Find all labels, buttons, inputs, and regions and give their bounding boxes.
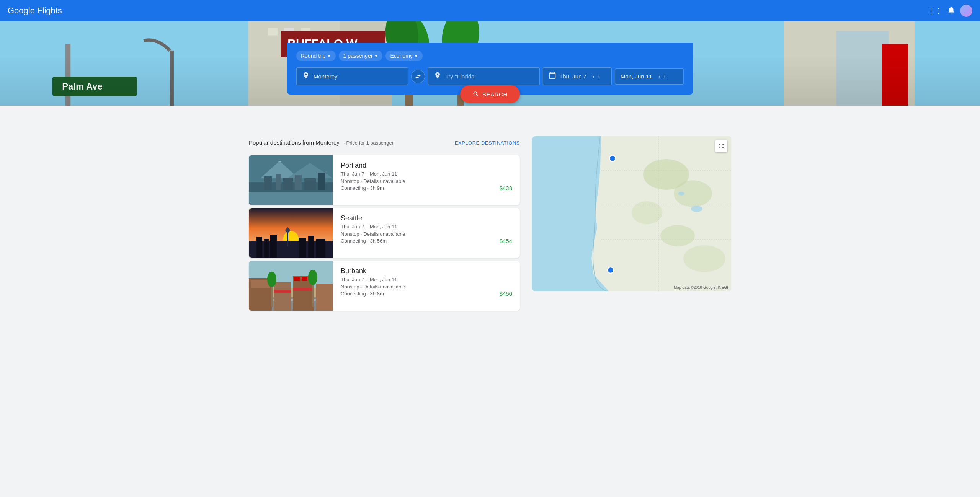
explore-destinations-link[interactable]: EXPLORE DESTINATIONS [455,140,520,146]
portland-info: Portland Thu, Jun 7 – Mon, Jun 11 Nonsto… [333,155,520,205]
svg-rect-35 [249,192,333,205]
svg-rect-18 [52,77,137,96]
svg-rect-58 [293,288,314,291]
hero-banner: BUFFALO W... Palm Ave Round trip [0,21,980,106]
svg-rect-17 [65,44,71,106]
svg-point-62 [308,270,317,285]
cabin-label: Economy [390,53,412,59]
svg-rect-22 [836,31,889,106]
passengers-label: 1 passenger [343,53,373,59]
svg-point-73 [632,201,662,224]
map-section: Map data ©2018 Google, INEGI [532,136,731,291]
destination-card-portland[interactable]: Portland Thu, Jun 7 – Mon, Jun 11 Nonsto… [249,155,520,205]
destination-card-seattle[interactable]: Seattle Thu, Jun 7 – Mon, Jun 11 Nonstop… [249,208,520,258]
swap-button[interactable] [411,70,425,83]
seattle-image [249,208,333,258]
destination-field[interactable]: Try "Florida" [428,67,540,85]
svg-rect-31 [283,178,293,190]
svg-point-41 [286,228,290,233]
map-svg [532,136,731,291]
return-date-nav: ‹ › [657,73,667,80]
burbank-connecting: Connecting · 3h 8m $450 [341,290,512,297]
svg-rect-63 [294,277,300,281]
map-area: Map data ©2018 Google, INEGI [526,136,731,314]
depart-next-button[interactable]: › [597,73,602,80]
destination-placeholder: Try "Florida" [445,73,477,80]
svg-rect-30 [276,174,281,190]
svg-point-75 [683,245,725,272]
svg-rect-33 [304,178,316,190]
seattle-info: Seattle Thu, Jun 7 – Mon, Jun 11 Nonstop… [333,208,520,258]
search-icon [472,91,479,98]
svg-rect-56 [316,284,333,311]
trip-type-button[interactable]: Round trip ▼ [296,51,336,61]
destination-pin-icon [434,72,441,81]
burbank-nonstop: Nonstop · Details unavailable [341,284,512,290]
svg-rect-45 [299,238,306,258]
svg-rect-47 [316,239,325,258]
svg-point-76 [691,206,702,212]
svg-point-77 [678,192,684,196]
cabin-button[interactable]: Economy ▼ [385,51,422,61]
map-expand-button[interactable] [715,140,727,152]
svg-rect-34 [318,173,325,190]
section-subtitle: · Price for 1 passenger [343,140,394,146]
app-logo: Google Flights [8,6,62,16]
svg-rect-42 [256,237,262,258]
svg-rect-29 [264,176,272,190]
search-button[interactable]: SEARCH [460,85,520,103]
seattle-dates: Thu, Jun 7 – Mon, Jun 11 [341,224,512,230]
svg-rect-54 [274,282,291,311]
origin-field[interactable]: Monterey [296,67,408,85]
search-options-row: Round trip ▼ 1 passenger ▼ Economy ▼ [296,51,684,61]
portland-image [249,155,333,205]
calendar-icon [549,72,556,81]
map-container[interactable]: Map data ©2018 Google, INEGI [532,136,731,291]
origin-pin-icon [302,72,310,81]
svg-text:Palm Ave: Palm Ave [62,81,103,91]
hero-background: BUFFALO W... Palm Ave Round trip [0,21,980,106]
avatar[interactable] [960,5,972,17]
depart-date-value: Thu, Jun 7 [559,73,586,80]
seattle-name: Seattle [341,214,512,222]
svg-rect-20 [170,51,174,106]
bell-icon[interactable] [947,6,956,16]
destinations-area: Popular destinations from Monterey · Pri… [249,136,520,314]
burbank-price: $450 [500,290,512,297]
passengers-chevron-icon: ▼ [374,54,378,58]
trip-type-chevron-icon: ▼ [327,54,331,58]
portland-connecting: Connecting · 3h 9m $438 [341,185,512,191]
section-title: Popular destinations from Monterey [249,139,340,146]
svg-rect-43 [264,239,269,258]
svg-rect-44 [270,235,277,258]
burbank-info: Burbank Thu, Jun 7 – Mon, Jun 11 Nonstop… [333,261,520,311]
grid-icon[interactable]: ⋮⋮ [927,6,942,15]
svg-rect-46 [308,236,314,258]
svg-point-60 [267,272,276,287]
portland-dates: Thu, Jun 7 – Mon, Jun 11 [341,171,512,177]
depart-date-field[interactable]: Thu, Jun 7 ‹ › [543,67,612,85]
return-prev-button[interactable]: ‹ [657,73,662,80]
trip-type-label: Round trip [301,53,326,59]
cabin-chevron-icon: ▼ [414,54,418,58]
passengers-button[interactable]: 1 passenger ▼ [339,51,383,61]
portland-price: $438 [500,185,512,191]
destination-card-burbank[interactable]: Burbank Thu, Jun 7 – Mon, Jun 11 Nonstop… [249,261,520,311]
portland-name: Portland [341,161,512,169]
burbank-dates: Thu, Jun 7 – Mon, Jun 11 [341,277,512,282]
burbank-image [249,261,333,311]
svg-rect-23 [882,44,908,106]
depart-date-nav: ‹ › [591,73,601,80]
return-date-field[interactable]: Mon, Jun 11 ‹ › [615,68,684,85]
return-next-button[interactable]: › [662,73,667,80]
search-button-label: SEARCH [482,91,508,98]
svg-point-78 [609,155,616,161]
seattle-nonstop: Nonstop · Details unavailable [341,231,512,237]
return-date-value: Mon, Jun 11 [621,73,652,80]
search-button-wrap: SEARCH [460,85,520,103]
origin-value: Monterey [314,73,338,80]
depart-prev-button[interactable]: ‹ [591,73,596,80]
search-inputs-row: Monterey Try "Florida" [296,67,684,85]
content-wrapper: Popular destinations from Monterey · Pri… [241,136,739,314]
svg-point-74 [660,225,695,246]
